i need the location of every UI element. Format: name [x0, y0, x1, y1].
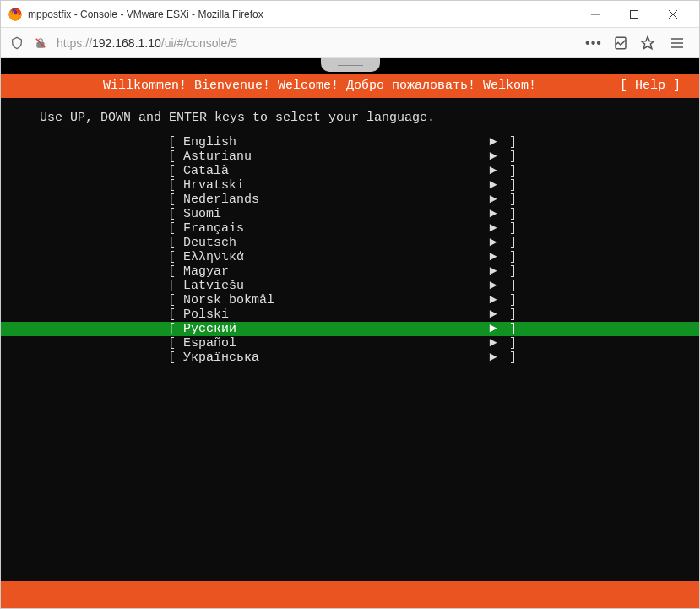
- bracket-left: [: [168, 237, 183, 250]
- bracket-left: [: [168, 150, 183, 164]
- submenu-arrow-icon: ►: [485, 165, 502, 178]
- welcome-bar: Willkommen! Bienvenue! Welcome! Добро по…: [1, 74, 699, 98]
- submenu-arrow-icon: ►: [485, 308, 502, 322]
- close-button[interactable]: [654, 2, 692, 27]
- language-name: Magyar: [183, 265, 485, 279]
- bracket-left: [: [168, 280, 183, 293]
- url-input[interactable]: https://192.168.1.10/ui/#/console/5: [57, 36, 578, 50]
- bookmark-star-icon[interactable]: [640, 35, 655, 51]
- address-bar-actions: •••: [586, 35, 655, 51]
- submenu-arrow-icon: ►: [485, 193, 502, 207]
- submenu-arrow-icon: ►: [485, 294, 502, 307]
- language-name: Ελληνικά: [183, 251, 485, 264]
- bracket-right: ]: [502, 280, 517, 293]
- terminal: Willkommen! Bienvenue! Welcome! Добро по…: [1, 58, 699, 608]
- bracket-left: [: [168, 193, 183, 207]
- bracket-right: ]: [502, 337, 517, 351]
- terminal-spacer: [1, 365, 699, 581]
- bracket-right: ]: [502, 179, 517, 193]
- titlebar: mppostfix - Console - VMware ESXi - Mozi…: [1, 1, 699, 28]
- help-button[interactable]: [ Help ]: [620, 79, 681, 93]
- firefox-window: mppostfix - Console - VMware ESXi - Mozi…: [0, 0, 700, 609]
- language-name: Nederlands: [183, 193, 485, 207]
- url-host: 192.168.1.10: [92, 36, 161, 50]
- language-name: Español: [183, 337, 485, 351]
- submenu-arrow-icon: ►: [485, 265, 502, 279]
- vmware-pulldown-tab[interactable]: [321, 58, 380, 72]
- bracket-right: ]: [502, 237, 517, 250]
- language-name: Norsk bokmål: [183, 294, 485, 307]
- firefox-icon: [8, 7, 23, 22]
- bracket-right: ]: [502, 193, 517, 207]
- bracket-right: ]: [502, 308, 517, 322]
- submenu-arrow-icon: ►: [485, 251, 502, 264]
- menu-button[interactable]: [664, 30, 691, 57]
- language-option[interactable]: [Català►]: [1, 164, 699, 178]
- language-name: Català: [183, 165, 485, 178]
- language-option[interactable]: [Nederlands►]: [1, 193, 699, 207]
- bracket-right: ]: [502, 165, 517, 178]
- bracket-left: [: [168, 165, 183, 178]
- language-option[interactable]: [Polski►]: [1, 307, 699, 322]
- language-name: Latviešu: [183, 280, 485, 293]
- language-option[interactable]: [Suomi►]: [1, 207, 699, 221]
- svg-rect-1: [631, 10, 638, 18]
- bracket-right: ]: [502, 136, 517, 150]
- language-option[interactable]: [Deutsch►]: [1, 236, 699, 250]
- submenu-arrow-icon: ►: [485, 150, 502, 164]
- language-name: Suomi: [183, 208, 485, 221]
- bracket-right: ]: [502, 208, 517, 221]
- submenu-arrow-icon: ►: [485, 136, 502, 150]
- language-option[interactable]: [Русский►]: [1, 322, 699, 336]
- language-option[interactable]: [Magyar►]: [1, 264, 699, 279]
- language-option[interactable]: [Français►]: [1, 221, 699, 236]
- bracket-left: [: [168, 323, 183, 336]
- language-option[interactable]: [Asturianu►]: [1, 150, 699, 164]
- lock-icon[interactable]: [33, 35, 48, 51]
- language-option[interactable]: [Hrvatski►]: [1, 178, 699, 193]
- address-bar: https://192.168.1.10/ui/#/console/5 •••: [1, 28, 699, 58]
- submenu-arrow-icon: ►: [485, 280, 502, 293]
- submenu-arrow-icon: ►: [485, 351, 502, 365]
- submenu-arrow-icon: ►: [485, 222, 502, 236]
- bracket-right: ]: [502, 222, 517, 236]
- language-name: English: [183, 136, 485, 150]
- tracking-protection-icon[interactable]: [9, 35, 24, 51]
- language-name: Français: [183, 222, 485, 236]
- bracket-left: [: [168, 351, 183, 365]
- language-name: Hrvatski: [183, 179, 485, 193]
- welcome-text: Willkommen! Bienvenue! Welcome! Добро по…: [19, 79, 620, 93]
- bracket-right: ]: [502, 150, 517, 164]
- bracket-left: [: [168, 251, 183, 264]
- console-viewport[interactable]: Willkommen! Bienvenue! Welcome! Добро по…: [1, 58, 699, 608]
- language-option[interactable]: [Українська►]: [1, 351, 699, 365]
- bracket-left: [: [168, 337, 183, 351]
- more-icon[interactable]: •••: [586, 35, 601, 51]
- language-name: Українська: [183, 351, 485, 365]
- language-option[interactable]: [Norsk bokmål►]: [1, 293, 699, 307]
- bracket-right: ]: [502, 265, 517, 279]
- url-prefix: https://: [57, 36, 92, 50]
- instruction-text: Use UP, DOWN and ENTER keys to select yo…: [1, 98, 699, 135]
- bracket-left: [: [168, 222, 183, 236]
- language-name: Deutsch: [183, 237, 485, 250]
- bracket-right: ]: [502, 294, 517, 307]
- bottom-bar: [1, 581, 699, 608]
- minimize-button[interactable]: [576, 2, 615, 27]
- submenu-arrow-icon: ►: [485, 237, 502, 250]
- language-option[interactable]: [English►]: [1, 135, 699, 150]
- bracket-right: ]: [502, 323, 517, 336]
- language-option[interactable]: [Español►]: [1, 336, 699, 351]
- submenu-arrow-icon: ►: [485, 179, 502, 193]
- language-name: Русский: [183, 323, 485, 336]
- reader-icon[interactable]: [613, 35, 628, 51]
- bracket-left: [: [168, 136, 183, 150]
- window-title: mppostfix - Console - VMware ESXi - Mozi…: [28, 8, 576, 20]
- bracket-left: [: [168, 208, 183, 221]
- url-path: /ui/#/console/5: [161, 36, 237, 50]
- bracket-right: ]: [502, 351, 517, 365]
- maximize-button[interactable]: [615, 2, 654, 27]
- language-option[interactable]: [Ελληνικά►]: [1, 250, 699, 264]
- submenu-arrow-icon: ►: [485, 323, 502, 336]
- language-option[interactable]: [Latviešu►]: [1, 279, 699, 293]
